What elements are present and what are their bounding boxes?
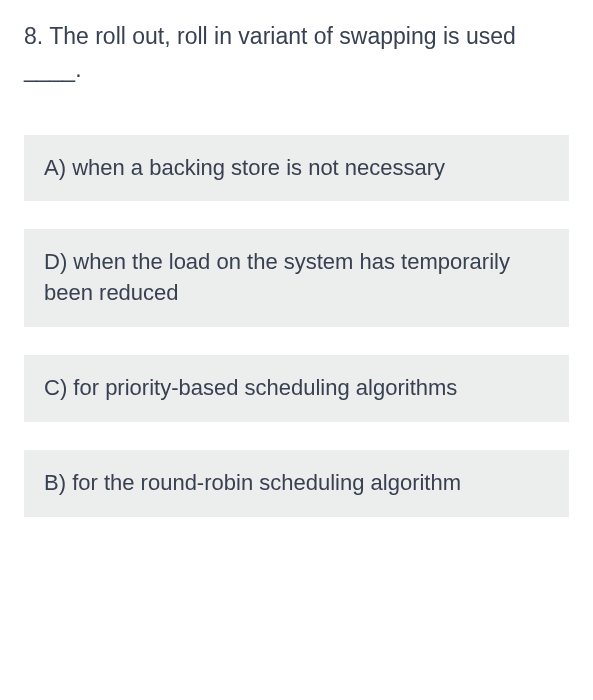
question-prompt: 8. The roll out, roll in variant of swap…: [24, 20, 569, 87]
option-letter: C): [44, 375, 67, 400]
option-letter: B): [44, 470, 66, 495]
option-text: when the load on the system has temporar…: [44, 249, 510, 305]
option-letter: D): [44, 249, 67, 274]
option-text: for the round-robin scheduling algorithm: [72, 470, 461, 495]
option-b[interactable]: B) for the round-robin scheduling algori…: [24, 450, 569, 517]
option-c[interactable]: C) for priority-based scheduling algorit…: [24, 355, 569, 422]
options-list: A) when a backing store is not necessary…: [24, 135, 569, 517]
option-d[interactable]: D) when the load on the system has tempo…: [24, 229, 569, 327]
option-text: for priority-based scheduling algorithms: [73, 375, 457, 400]
option-letter: A): [44, 155, 66, 180]
option-text: when a backing store is not necessary: [72, 155, 445, 180]
option-a[interactable]: A) when a backing store is not necessary: [24, 135, 569, 202]
question-number: 8.: [24, 23, 43, 49]
question-body: The roll out, roll in variant of swappin…: [24, 23, 516, 82]
